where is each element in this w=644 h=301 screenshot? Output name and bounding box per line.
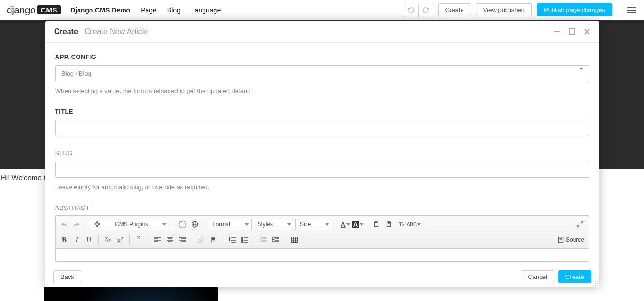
align-center-icon xyxy=(167,237,173,243)
svg-rect-4 xyxy=(627,12,633,13)
outdent-button[interactable] xyxy=(258,234,269,245)
underline-button[interactable]: U xyxy=(83,234,95,245)
numbered-list-button[interactable]: 12 xyxy=(226,234,238,245)
app-config-value: Blog / Blog xyxy=(61,70,91,77)
editor-content-area[interactable] xyxy=(56,249,589,261)
back-button[interactable]: Back xyxy=(53,270,81,283)
slug-help: Leave empty for automatic slug, or overr… xyxy=(55,184,589,191)
anchor-button[interactable] xyxy=(208,234,219,245)
ol-icon: 12 xyxy=(229,237,236,243)
bg-color-button[interactable]: A xyxy=(352,219,363,230)
size-combo[interactable]: Size xyxy=(295,219,332,230)
show-blocks-icon xyxy=(179,221,186,228)
undo-button[interactable] xyxy=(404,3,418,17)
text-color-button[interactable]: A xyxy=(339,219,351,230)
align-left-button[interactable] xyxy=(152,234,163,245)
table-button[interactable] xyxy=(289,234,300,245)
plugin-icon xyxy=(94,221,101,228)
bold-button[interactable]: B xyxy=(58,234,70,245)
resize-icon xyxy=(593,281,599,287)
chevron-down-icon xyxy=(346,223,350,226)
modal-create-button[interactable]: Create xyxy=(558,270,591,283)
structure-toggle[interactable] xyxy=(623,3,639,17)
cms-plugins-combo[interactable]: CMS Plugins xyxy=(90,219,169,230)
slug-label: Slug xyxy=(55,150,589,157)
italic-button[interactable]: I xyxy=(71,234,82,245)
close-icon xyxy=(584,28,590,35)
align-right-button[interactable] xyxy=(177,234,188,245)
editor-undo-button[interactable] xyxy=(58,219,70,230)
svg-point-38 xyxy=(242,237,243,239)
view-published-button[interactable]: View published xyxy=(476,3,532,16)
editor-maximize-button[interactable] xyxy=(575,219,586,230)
flag-icon xyxy=(210,236,217,243)
minimize-button[interactable] xyxy=(554,28,560,35)
logo-text-cms: CMS xyxy=(37,5,61,14)
close-button[interactable] xyxy=(584,28,590,35)
align-center-button[interactable] xyxy=(164,234,176,245)
breadcrumb-root[interactable]: Create xyxy=(54,27,78,36)
svg-rect-10 xyxy=(180,221,185,227)
app-config-select[interactable]: Blog / Blog xyxy=(55,65,589,81)
publish-button[interactable]: Publish page changes xyxy=(537,3,612,16)
undo-icon xyxy=(408,7,415,13)
format-combo[interactable]: Format xyxy=(208,219,252,230)
cancel-button[interactable]: Cancel xyxy=(521,270,554,283)
expand-icon xyxy=(577,221,584,228)
top-toolbar: django CMS Django CMS Demo Page Blog Lan… xyxy=(0,0,644,20)
welcome-text: Hi! Welcome to xyxy=(1,174,49,182)
indent-icon xyxy=(272,237,279,243)
styles-combo[interactable]: Styles xyxy=(253,219,294,230)
superscript-button[interactable]: X2 xyxy=(114,234,126,245)
create-button[interactable]: Create xyxy=(438,3,471,16)
redo-button[interactable] xyxy=(418,3,433,17)
align-left-icon xyxy=(154,237,161,243)
menu-item-site[interactable]: Django CMS Demo xyxy=(70,6,130,14)
paste-text-icon xyxy=(385,221,392,228)
link-icon xyxy=(198,236,204,243)
undo-icon xyxy=(61,221,68,227)
svg-point-61 xyxy=(595,283,596,284)
indent-button[interactable] xyxy=(270,234,282,245)
modal-body[interactable]: App. Config Blog / Blog When selecting a… xyxy=(45,43,599,266)
svg-rect-7 xyxy=(569,29,575,34)
editor-redo-button[interactable] xyxy=(71,219,82,230)
history-group xyxy=(404,3,433,17)
svg-line-20 xyxy=(578,225,580,227)
content-image xyxy=(44,287,218,301)
source-icon xyxy=(557,236,564,243)
align-right-icon xyxy=(179,237,186,243)
svg-text:2: 2 xyxy=(229,239,230,242)
globe-button[interactable] xyxy=(189,219,201,230)
logo[interactable]: django CMS xyxy=(7,4,61,16)
menu-item-language[interactable]: Language xyxy=(191,6,221,14)
link-button[interactable] xyxy=(195,234,207,245)
menu-item-page[interactable]: Page xyxy=(141,6,157,14)
editor-toolbar: CMS Plugins Format Styles Size A A xyxy=(56,216,589,249)
spellcheck-button[interactable]: ABC xyxy=(408,219,419,230)
toolbar-row-2: B I U X2 X2 ” 12 xyxy=(58,233,586,246)
bullet-list-button[interactable] xyxy=(239,234,250,245)
remove-format-button[interactable]: Tx xyxy=(395,219,407,230)
blockquote-button[interactable]: ” xyxy=(133,234,145,245)
subscript-button[interactable]: X2 xyxy=(102,234,113,245)
title-input[interactable] xyxy=(55,120,589,136)
maximize-button[interactable] xyxy=(569,28,575,35)
svg-point-64 xyxy=(595,285,596,286)
menu-item-blog[interactable]: Blog xyxy=(167,6,181,14)
modal-header: Create Create New Article xyxy=(45,21,599,43)
format-label: Format xyxy=(212,221,230,228)
paste-text-button[interactable] xyxy=(383,219,395,230)
slug-input[interactable] xyxy=(55,162,589,178)
svg-point-63 xyxy=(593,285,594,286)
redo-icon xyxy=(73,221,80,227)
source-button[interactable]: Source xyxy=(555,236,586,243)
chevron-down-icon xyxy=(287,223,291,226)
resize-handle[interactable] xyxy=(593,281,599,287)
svg-rect-1 xyxy=(633,7,636,8)
show-blocks-button[interactable] xyxy=(177,219,188,230)
top-right-controls: Create View published Publish page chang… xyxy=(404,3,639,17)
paste-button[interactable] xyxy=(371,219,382,230)
chevron-down-icon xyxy=(162,223,166,226)
svg-point-40 xyxy=(242,240,243,241)
